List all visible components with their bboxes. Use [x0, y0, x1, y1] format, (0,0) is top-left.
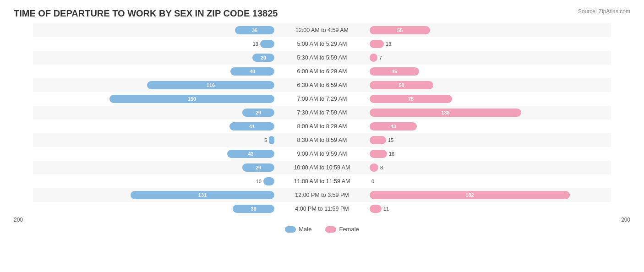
male-bar-label: 29	[254, 110, 263, 115]
male-bar-label: 20	[259, 55, 268, 60]
chart-container: TIME OF DEPARTURE TO WORK BY SEX IN ZIP …	[0, 0, 644, 272]
table-row: 406:00 AM to 6:29 AM45	[33, 65, 611, 78]
time-label: 7:30 AM to 7:59 AM	[276, 109, 368, 116]
table-row: 13112:00 PM to 3:59 PM182	[33, 188, 611, 202]
female-swatch	[325, 226, 336, 233]
male-bar-label: 29	[254, 165, 263, 170]
table-row: 205:30 AM to 5:59 AM7	[33, 51, 611, 65]
female-bar: 45	[370, 67, 419, 76]
female-bar: 55	[370, 26, 430, 34]
chart-legend: Male Female	[14, 226, 630, 233]
table-row: 297:30 AM to 7:59 AM138	[33, 106, 611, 120]
table-row: 1166:30 AM to 6:59 AM58	[33, 78, 611, 92]
male-bar-label: 150	[186, 96, 198, 102]
male-bar: 29	[242, 109, 274, 117]
female-bar-label: 55	[395, 27, 404, 33]
table-row: 1011:00 AM to 11:59 AM0	[33, 174, 611, 188]
table-row: 2910:00 AM to 10:59 AM8	[33, 161, 611, 174]
legend-female: Female	[325, 226, 359, 233]
male-bar: 43	[227, 150, 274, 158]
chart-title: TIME OF DEPARTURE TO WORK BY SEX IN ZIP …	[14, 8, 630, 19]
time-label: 8:00 AM to 8:29 AM	[276, 123, 368, 130]
male-outside-label: 5	[264, 137, 267, 143]
time-label: 10:00 AM to 10:59 AM	[276, 164, 368, 171]
female-bar: 58	[370, 81, 433, 89]
male-bar-label: 43	[246, 151, 255, 157]
male-bar-label: 40	[248, 69, 257, 74]
table-row: 3612:00 AM to 4:59 AM55	[33, 23, 611, 37]
female-bar: 138	[370, 109, 521, 117]
axis-right-label: 200	[621, 217, 630, 223]
time-label: 12:00 AM to 4:59 AM	[276, 27, 368, 33]
male-bar-label: 36	[250, 27, 259, 33]
female-bar	[370, 205, 382, 213]
source-text: Source: ZipAtlas.com	[578, 8, 630, 15]
female-bar	[370, 150, 387, 158]
female-bar	[370, 54, 377, 62]
female-bar-label: 43	[388, 124, 398, 129]
table-row: 384:00 PM to 11:59 PM11	[33, 202, 611, 216]
female-outside-label: 15	[388, 137, 393, 143]
male-bar: 116	[147, 81, 274, 89]
time-label: 7:00 AM to 7:29 AM	[276, 96, 368, 102]
male-bar-label: 41	[247, 124, 257, 129]
male-bar: 131	[131, 191, 274, 199]
male-bar	[260, 40, 274, 48]
male-outside-label: 10	[256, 179, 262, 184]
female-bar: 43	[370, 122, 417, 131]
time-label: 4:00 PM to 11:59 PM	[276, 206, 368, 212]
male-bar: 38	[233, 205, 274, 213]
male-bar-label: 131	[196, 192, 208, 198]
time-label: 12:00 PM to 3:59 PM	[276, 192, 368, 198]
male-bar: 29	[242, 163, 274, 172]
male-bar: 150	[109, 95, 274, 103]
table-row: 418:00 AM to 8:29 AM43	[33, 120, 611, 133]
male-bar-label: 38	[249, 206, 258, 212]
male-bar	[269, 136, 274, 144]
female-bar: 182	[370, 191, 570, 199]
female-bar-label: 45	[390, 69, 399, 74]
male-bar: 40	[230, 67, 274, 76]
chart-rows: 3612:00 AM to 4:59 AM55135:00 AM to 5:29…	[33, 23, 611, 216]
table-row: 58:30 AM to 8:59 AM15	[33, 133, 611, 147]
female-bar-label: 182	[464, 192, 475, 198]
male-bar: 36	[235, 26, 274, 34]
female-outside-label: 0	[371, 179, 374, 184]
table-row: 135:00 AM to 5:29 AM13	[33, 37, 611, 51]
female-outside-label: 13	[386, 41, 391, 47]
male-bar-label: 116	[205, 82, 217, 88]
time-label: 5:30 AM to 5:59 AM	[276, 54, 368, 61]
female-outside-label: 7	[379, 55, 382, 60]
male-outside-label: 13	[253, 41, 258, 47]
time-label: 6:00 AM to 6:29 AM	[276, 68, 368, 75]
time-label: 11:00 AM to 11:59 AM	[276, 178, 368, 185]
time-label: 8:30 AM to 8:59 AM	[276, 137, 368, 143]
female-bar-label: 138	[439, 110, 451, 115]
table-row: 1507:00 AM to 7:29 AM75	[33, 92, 611, 106]
time-label: 5:00 AM to 5:29 AM	[276, 41, 368, 47]
female-outside-label: 11	[383, 206, 389, 212]
male-bar: 20	[252, 54, 274, 62]
axis-left-label: 200	[14, 217, 23, 223]
female-bar	[370, 136, 386, 144]
legend-male: Male	[285, 226, 311, 233]
time-label: 6:30 AM to 6:59 AM	[276, 82, 368, 88]
female-bar: 75	[370, 95, 452, 103]
female-bar-label: 75	[406, 96, 415, 102]
male-bar: 41	[229, 122, 274, 131]
female-label: Female	[339, 226, 359, 233]
female-bar	[370, 163, 378, 172]
male-bar	[263, 177, 274, 185]
axis-bottom: 200 200	[14, 216, 630, 223]
female-bar	[370, 40, 384, 48]
female-outside-label: 8	[380, 165, 383, 170]
female-outside-label: 16	[389, 151, 394, 157]
table-row: 439:00 AM to 9:59 AM16	[33, 147, 611, 161]
time-label: 9:00 AM to 9:59 AM	[276, 151, 368, 157]
female-bar-label: 58	[397, 82, 406, 88]
male-swatch	[285, 226, 296, 233]
male-label: Male	[299, 226, 311, 233]
